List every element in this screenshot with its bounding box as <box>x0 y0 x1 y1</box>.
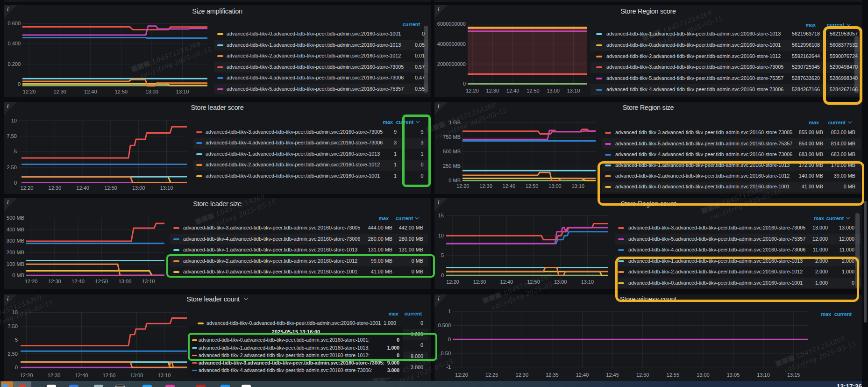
svg-text:12:30: 12:30 <box>48 373 61 378</box>
svg-text:10: 10 <box>11 118 17 123</box>
svg-text:250 MB: 250 MB <box>443 163 461 169</box>
svg-text:0: 0 <box>463 81 466 86</box>
svg-text:13:10: 13:10 <box>158 373 171 378</box>
svg-text:500 MB: 500 MB <box>443 149 461 154</box>
svg-text:5: 5 <box>15 337 18 343</box>
svg-text:12:50: 12:50 <box>526 183 539 189</box>
svg-text:13:10: 13:10 <box>176 89 189 94</box>
svg-text:13:00: 13:00 <box>132 185 145 191</box>
svg-text:12:50: 12:50 <box>636 372 649 378</box>
svg-text:5: 5 <box>14 149 17 154</box>
svg-text:12:20: 12:20 <box>455 372 468 378</box>
svg-text:13:10: 13:10 <box>757 372 770 378</box>
svg-text:12:40: 12:40 <box>71 279 85 284</box>
svg-text:2.50: 2.50 <box>7 165 17 170</box>
svg-text:12:20: 12:20 <box>21 185 34 191</box>
svg-text:12:20: 12:20 <box>456 183 470 189</box>
svg-text:12:25: 12:25 <box>485 372 498 378</box>
svg-text:0.400: 0.400 <box>7 41 21 46</box>
svg-text:12:40: 12:40 <box>506 88 519 93</box>
svg-text:0 MB: 0 MB <box>448 178 461 183</box>
svg-text:13:00: 13:00 <box>119 279 132 284</box>
svg-text:0.500: 0.500 <box>438 322 451 328</box>
svg-text:13:10: 13:10 <box>567 88 580 93</box>
svg-text:13:00: 13:00 <box>145 89 158 94</box>
svg-text:12:40: 12:40 <box>84 89 97 94</box>
svg-text:13:00: 13:00 <box>547 88 560 93</box>
svg-text:13:10: 13:10 <box>571 183 584 189</box>
svg-text:12:50: 12:50 <box>95 279 108 284</box>
svg-text:0: 0 <box>18 81 21 87</box>
svg-text:300 MB: 300 MB <box>7 238 24 244</box>
svg-text:13:00: 13:00 <box>697 372 710 378</box>
svg-text:0 MB: 0 MB <box>12 272 24 278</box>
svg-text:500 MB: 500 MB <box>7 215 24 221</box>
svg-text:0: 0 <box>448 337 451 342</box>
svg-text:12:50: 12:50 <box>104 185 117 191</box>
svg-text:12:50: 12:50 <box>526 88 540 93</box>
svg-text:12:30: 12:30 <box>486 88 499 93</box>
svg-text:13:00: 13:00 <box>130 373 143 378</box>
svg-text:13:10: 13:10 <box>142 279 155 284</box>
svg-text:12:35: 12:35 <box>546 372 559 378</box>
svg-text:15: 15 <box>438 213 444 218</box>
svg-text:0: 0 <box>15 365 18 370</box>
svg-text:12:30: 12:30 <box>516 372 529 378</box>
svg-text:0.200: 0.200 <box>7 61 21 67</box>
svg-text:0: 0 <box>14 180 17 186</box>
svg-text:12:20: 12:20 <box>446 279 459 285</box>
svg-text:12:55: 12:55 <box>667 372 680 378</box>
svg-text:12:30: 12:30 <box>49 185 62 191</box>
svg-text:200 MB: 200 MB <box>7 250 24 255</box>
svg-text:12:40: 12:40 <box>75 373 88 378</box>
svg-text:13:00: 13:00 <box>548 183 562 189</box>
svg-text:13:10: 13:10 <box>581 279 594 285</box>
svg-text:6000000000: 6000000000 <box>437 21 466 27</box>
svg-text:1: 1 <box>448 308 451 314</box>
svg-text:0: 0 <box>441 272 444 278</box>
svg-text:12:40: 12:40 <box>576 372 589 378</box>
svg-text:12:50: 12:50 <box>115 89 128 94</box>
svg-text:4000000000: 4000000000 <box>437 41 466 47</box>
svg-text:12:40: 12:40 <box>503 183 516 189</box>
svg-text:400 MB: 400 MB <box>7 227 24 232</box>
svg-text:7.50: 7.50 <box>8 323 18 329</box>
svg-text:12:30: 12:30 <box>53 89 66 94</box>
svg-text:12:30: 12:30 <box>48 279 61 284</box>
svg-text:12:30: 12:30 <box>473 279 486 285</box>
svg-text:12:30: 12:30 <box>479 183 492 189</box>
svg-text:10: 10 <box>438 233 444 238</box>
svg-text:2000000000: 2000000000 <box>437 61 466 67</box>
svg-text:0.600: 0.600 <box>7 21 21 26</box>
svg-text:12:50: 12:50 <box>103 373 116 378</box>
svg-text:12:20: 12:20 <box>20 373 33 378</box>
svg-text:13:05: 13:05 <box>727 372 740 378</box>
svg-text:12:40: 12:40 <box>500 279 513 285</box>
svg-text:12:20: 12:20 <box>466 88 479 93</box>
svg-text:12:20: 12:20 <box>25 279 38 284</box>
svg-text:5: 5 <box>441 252 444 258</box>
svg-text:12:45: 12:45 <box>606 372 619 378</box>
svg-text:7.50: 7.50 <box>7 133 17 139</box>
svg-text:13:10: 13:10 <box>160 185 173 191</box>
svg-text:12:20: 12:20 <box>23 89 36 94</box>
svg-text:2.50: 2.50 <box>8 351 18 357</box>
svg-text:12:40: 12:40 <box>76 185 89 191</box>
svg-text:100 MB: 100 MB <box>7 261 24 267</box>
